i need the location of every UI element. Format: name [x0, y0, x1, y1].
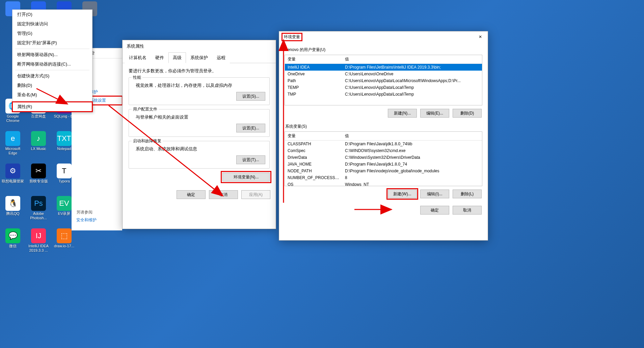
performance-desc: 视觉效果，处理器计划，内存使用，以及虚拟内存 [136, 82, 265, 89]
table-row[interactable]: CLASSPATHD:\Program Files\Java\jdk1.8.0_… [285, 141, 482, 148]
tabs: 计算机名 硬件 高级 系统保护 远程 [123, 52, 276, 63]
user-new-button[interactable]: 新建(N)... [388, 109, 417, 118]
menu-map-drive[interactable]: 映射网络驱动器(N)... [12, 50, 92, 59]
lenovo-icon[interactable]: ⚙联想电脑管家 [0, 162, 26, 195]
sys-edit-button[interactable]: 编辑(I)... [420, 190, 449, 198]
user-edit-button[interactable]: 编辑(E)... [420, 109, 449, 118]
table-row[interactable]: ComSpecC:\WINDOWS\system32\cmd.exe [285, 147, 482, 154]
intellij-icon[interactable]: IJIntelliJ IDEA 2019.3.3 ... [26, 227, 51, 259]
performance-settings-button[interactable]: 设置(S)... [236, 92, 265, 101]
context-menu: 打开(O) 固定到快速访问 管理(G) 固定到"开始"屏幕(P) 映射网络驱动器… [12, 9, 92, 112]
menu-disconnect-drive[interactable]: 断开网络驱动器的连接(C)... [12, 59, 92, 69]
sys-new-button[interactable]: 新建(W)... [388, 190, 417, 198]
menu-properties[interactable]: 属性(R) [12, 102, 92, 111]
performance-legend: 性能 [132, 75, 142, 80]
table-row[interactable]: OneDriveC:\Users\Lenovo\OneDrive [285, 71, 482, 77]
tab-computer-name[interactable]: 计算机名 [125, 52, 151, 63]
photoshop-icon[interactable]: PsAdobe Photosh... [26, 195, 51, 227]
jianying-icon[interactable]: ✂剪映专业版 [26, 162, 51, 195]
var-name: ComSpec [285, 147, 342, 154]
var-value: C:\Users\Lenovo\OneDrive [342, 71, 482, 77]
tab-hardware[interactable]: 硬件 [151, 52, 168, 63]
menu-manage[interactable]: 管理(G) [12, 29, 92, 38]
ok-button[interactable]: 确定 [420, 206, 449, 215]
menu-delete[interactable]: 删除(D) [12, 81, 92, 90]
col-variable[interactable]: 变量 [285, 132, 342, 141]
var-name: IntelliJ IDEA [285, 64, 342, 71]
sys-vars-list[interactable]: 变量 值 CLASSPATHD:\Program Files\Java\jdk1… [285, 131, 482, 186]
cancel-button[interactable]: 取消 [209, 190, 238, 199]
sys-vars-label: 系统变量(S) [285, 124, 482, 129]
profiles-legend: 用户配置文件 [132, 106, 159, 112]
table-row[interactable]: TEMPC:\Users\Lenovo\AppData\Local\Temp [285, 84, 482, 91]
var-name: NODE_PATH [285, 168, 342, 174]
var-name: JAVA_HOME [285, 161, 342, 168]
table-row[interactable]: IntelliJ IDEAD:\Program Files\JetBrains\… [285, 64, 482, 71]
profiles-settings-button[interactable]: 设置(E)... [236, 124, 265, 132]
admin-notice: 要进行大多数更改，你必须作为管理员登录。 [129, 68, 270, 74]
var-name: NUMBER_OF_PROCESSORS [285, 174, 342, 181]
profiles-group: 用户配置文件 与登录帐户相关的桌面设置 设置(E)... [129, 109, 270, 137]
var-name: TMP [285, 91, 342, 98]
table-row[interactable]: NODE_PATHD:\Program Files\nodejs\node_gl… [285, 168, 482, 174]
tab-remote[interactable]: 远程 [212, 52, 230, 63]
environment-variables-button[interactable]: 环境变量(N)... [222, 173, 270, 181]
var-value: C:\Users\Lenovo\AppData\Local\Temp [342, 84, 482, 91]
menu-separator [15, 70, 89, 70]
weixin-icon[interactable]: 💬微信 [0, 227, 26, 259]
var-name: TEMP [285, 84, 342, 91]
cancel-button[interactable]: 取消 [453, 206, 482, 215]
var-value: 8 [342, 174, 482, 181]
system-properties-dialog: 系统属性 计算机名 硬件 高级 系统保护 远程 要进行大多数更改，你必须作为管理… [122, 40, 276, 229]
table-row[interactable]: JAVA_HOMED:\Program Files\Java\jdk1.8.0_… [285, 161, 482, 168]
var-value: Windows_NT [342, 181, 482, 186]
var-value: D:\Program Files\nodejs\node_global\node… [342, 168, 482, 174]
var-value: C:\Users\Lenovo\AppData\Local\Temp [342, 91, 482, 98]
menu-open[interactable]: 打开(O) [12, 10, 92, 19]
menu-pin-quick[interactable]: 固定到快速访问 [12, 19, 92, 29]
ok-button[interactable]: 确定 [177, 190, 206, 199]
var-name: OS [285, 181, 342, 186]
var-name: OneDrive [285, 71, 342, 77]
user-delete-button[interactable]: 删除(D) [453, 109, 482, 118]
var-value: D:\Program Files\Java\jdk1.8.0_74 [342, 161, 482, 168]
var-name: Path [285, 77, 342, 84]
var-name: CLASSPATH [285, 141, 342, 148]
user-vars-label: Lenovo 的用户变量(U) [285, 47, 482, 53]
table-row[interactable]: PathC:\Users\Lenovo\AppData\Local\Micros… [285, 77, 482, 84]
menu-pin-start[interactable]: 固定到"开始"屏幕(P) [12, 38, 92, 48]
apply-button[interactable]: 应用(A) [241, 190, 270, 199]
table-row[interactable]: DriverDataC:\Windows\System32\Drivers\Dr… [285, 154, 482, 161]
nav-security-maintenance[interactable]: 安全和维护 [72, 216, 122, 224]
edge-icon[interactable]: eMicrosoft Edge [0, 130, 26, 162]
sys-delete-button[interactable]: 删除(L) [453, 190, 482, 198]
dialog-title: 系统属性 [123, 40, 276, 52]
var-value: C:\Windows\System32\Drivers\DriverData [342, 154, 482, 161]
table-row[interactable]: TMPC:\Users\Lenovo\AppData\Local\Temp [285, 91, 482, 98]
menu-create-shortcut[interactable]: 创建快捷方式(S) [12, 71, 92, 81]
lxmusic-icon[interactable]: ♪LX Music [26, 130, 51, 162]
menu-rename[interactable]: 重命名(M) [12, 90, 92, 100]
startup-legend: 启动和故障恢复 [132, 138, 163, 144]
tab-system-protection[interactable]: 系统保护 [186, 52, 212, 63]
startup-desc: 系统启动、系统故障和调试信息 [136, 146, 265, 152]
var-value: C:\WINDOWS\system32\cmd.exe [342, 147, 482, 154]
tab-advanced[interactable]: 高级 [168, 52, 186, 63]
col-variable[interactable]: 变量 [285, 55, 342, 64]
performance-group: 性能 视觉效果，处理器计划，内存使用，以及虚拟内存 设置(S)... [129, 77, 270, 105]
user-vars-list[interactable]: 变量 值 IntelliJ IDEAD:\Program Files\JetBr… [285, 55, 482, 105]
close-icon[interactable]: ✕ [476, 33, 484, 40]
qq-icon[interactable]: 🐧腾讯QQ [0, 195, 26, 227]
table-row[interactable]: OSWindows_NT [285, 181, 482, 186]
startup-settings-button[interactable]: 设置(T)... [236, 155, 265, 164]
table-row[interactable]: NUMBER_OF_PROCESSORS8 [285, 174, 482, 181]
var-value: D:\Program Files\Java\jdk1.8.0_74\lib [342, 141, 482, 148]
col-value[interactable]: 值 [342, 132, 482, 141]
var-name: DriverData [285, 154, 342, 161]
drawio-icon[interactable]: ⬚draw.io-17... [51, 227, 77, 259]
also-see-label: 另请参阅 [72, 206, 122, 216]
col-value[interactable]: 值 [342, 55, 482, 64]
startup-group: 启动和故障恢复 系统启动、系统故障和调试信息 设置(T)... [129, 141, 270, 169]
var-value: D:\Program Files\JetBrains\IntelliJ IDEA… [342, 64, 482, 71]
environment-variables-dialog: 环境变量 ✕ Lenovo 的用户变量(U) 变量 值 IntelliJ IDE… [279, 31, 488, 241]
